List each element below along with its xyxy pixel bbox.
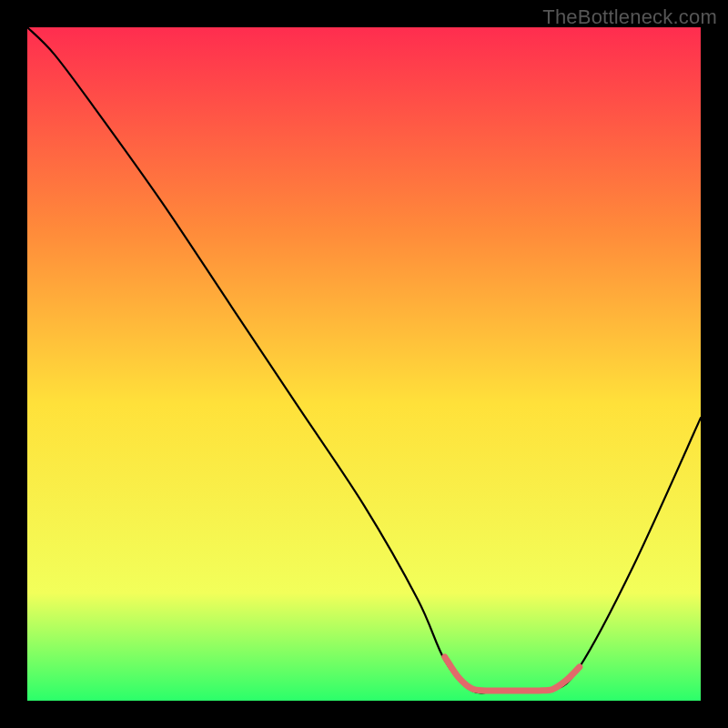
plot-area <box>27 27 701 701</box>
watermark-text: TheBottleneck.com <box>542 5 717 29</box>
chart-svg <box>27 27 701 701</box>
chart-container: TheBottleneck.com <box>0 0 728 728</box>
gradient-background <box>27 27 701 701</box>
